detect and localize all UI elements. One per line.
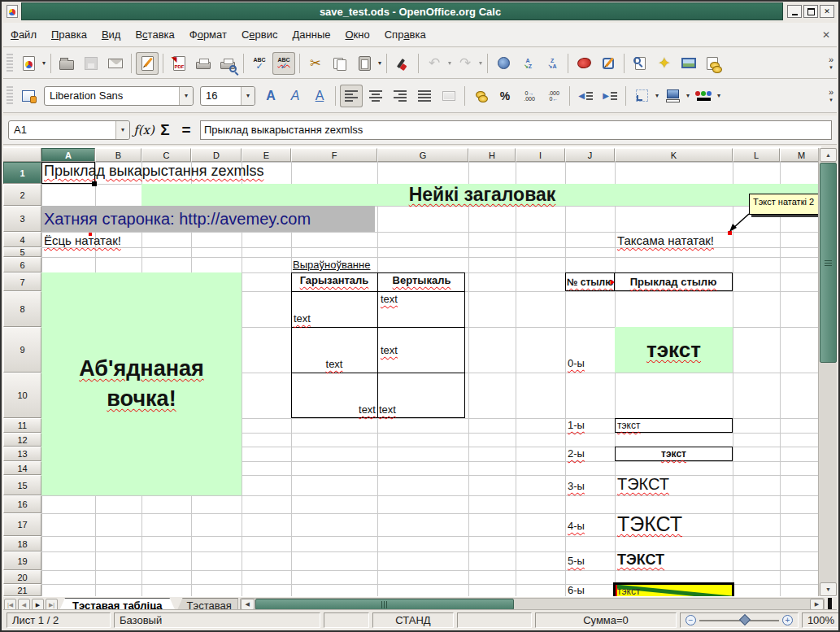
- style-sample-1[interactable]: тэкст: [615, 418, 733, 433]
- show-draw-functions-button[interactable]: [597, 52, 620, 75]
- align-sample-g10[interactable]: text: [379, 403, 396, 416]
- column-header-G[interactable]: G: [377, 148, 468, 162]
- font-name-combo[interactable]: Liberation Sans ▾: [44, 86, 194, 106]
- borders-dropdown-icon[interactable]: ▾: [655, 92, 659, 99]
- column-header-K[interactable]: K: [615, 148, 733, 162]
- align-right-button[interactable]: [389, 85, 411, 107]
- formula-input[interactable]: Прыклад выкарыстання zexmlss: [200, 120, 832, 140]
- menu-file[interactable]: Файл: [3, 24, 44, 45]
- menu-tools[interactable]: Сервис: [234, 24, 285, 45]
- sum-button[interactable]: Σ: [155, 120, 176, 140]
- chevron-down-icon[interactable]: ▾: [179, 87, 193, 105]
- row-header-5[interactable]: 5: [3, 247, 41, 257]
- cell-note-left[interactable]: Ёсць нататак!: [44, 233, 121, 247]
- align-sample-f9[interactable]: text: [291, 358, 377, 370]
- scroll-up-button[interactable]: ▲: [820, 148, 837, 162]
- paste-button[interactable]: [353, 52, 376, 75]
- column-header-C[interactable]: C: [141, 148, 191, 162]
- find-replace-button[interactable]: [629, 52, 651, 75]
- scroll-right-button[interactable]: ▶: [810, 599, 824, 610]
- row-header-16[interactable]: 16: [3, 495, 41, 513]
- percent-button[interactable]: %: [494, 85, 516, 107]
- row-header-10[interactable]: 10: [3, 373, 41, 418]
- column-header-B[interactable]: B: [95, 148, 141, 162]
- row-header-9[interactable]: 9: [3, 327, 41, 373]
- undo-button[interactable]: ↶: [423, 52, 446, 75]
- column-header-H[interactable]: H: [468, 148, 516, 162]
- style-num-0[interactable]: 0-ы: [568, 357, 585, 369]
- page-preview-button[interactable]: [216, 52, 239, 75]
- insert-chart-button[interactable]: [572, 52, 595, 75]
- style-num-2[interactable]: 2-ы: [568, 447, 585, 460]
- toolbar-overflow-button[interactable]: »▾: [829, 55, 833, 72]
- style-sample-0[interactable]: тэкст: [615, 327, 733, 373]
- align-sample-f10[interactable]: text: [291, 403, 376, 416]
- row-header-15[interactable]: 15: [3, 475, 41, 495]
- decrease-indent-button[interactable]: ◀: [574, 85, 597, 107]
- toolbar-grip[interactable]: [7, 86, 13, 106]
- edit-file-button[interactable]: [136, 52, 159, 75]
- column-header-M[interactable]: M: [780, 148, 821, 162]
- row-header-3[interactable]: 3: [3, 206, 41, 232]
- paste-dropdown-icon[interactable]: ▾: [378, 59, 381, 67]
- background-color-dropdown-icon[interactable]: ▾: [686, 92, 690, 99]
- column-header-D[interactable]: D: [191, 148, 242, 162]
- vertical-scrollbar[interactable]: ▲ ▼: [818, 148, 837, 596]
- align-header-vertical[interactable]: Вертыкаль: [378, 274, 465, 286]
- align-center-button[interactable]: [364, 85, 387, 107]
- select-all-corner[interactable]: [3, 148, 41, 162]
- toolbar-grip[interactable]: [7, 54, 13, 73]
- status-insert-mode[interactable]: СТАНД: [372, 612, 454, 628]
- undo-dropdown-icon[interactable]: ▾: [448, 59, 451, 67]
- row-header-12[interactable]: 12: [3, 433, 41, 447]
- increase-indent-button[interactable]: ▶: [598, 85, 621, 107]
- comment-indicator-k4[interactable]: [728, 231, 732, 235]
- row-header-19[interactable]: 19: [3, 551, 41, 570]
- row-header-14[interactable]: 14: [3, 461, 41, 475]
- function-button[interactable]: =: [176, 120, 197, 140]
- column-header-E[interactable]: E: [242, 148, 291, 162]
- align-sample-f8[interactable]: text: [294, 312, 311, 325]
- scroll-left-button[interactable]: ◀: [241, 599, 255, 610]
- navigator-button[interactable]: ✦: [653, 52, 676, 75]
- status-sum[interactable]: Сумма=0: [535, 612, 677, 628]
- cell-homepage[interactable]: Хатняя старонка: http://avemey.com: [41, 206, 375, 232]
- copy-button[interactable]: [329, 52, 351, 75]
- toolbar-overflow-button[interactable]: »▾: [829, 88, 833, 104]
- column-header-I[interactable]: I: [516, 148, 565, 162]
- style-num-4[interactable]: 4-ы: [568, 520, 585, 532]
- style-sample-2[interactable]: тэкст: [615, 447, 733, 461]
- menu-help[interactable]: Справка: [377, 24, 433, 45]
- horizontal-scrollbar-thumb[interactable]: [255, 599, 514, 610]
- fill-handle[interactable]: [92, 181, 97, 186]
- zoom-slider-track[interactable]: [699, 620, 779, 621]
- maximize-button[interactable]: [803, 5, 818, 18]
- row-header-17[interactable]: 17: [3, 513, 41, 536]
- style-num-1[interactable]: 1-ы: [568, 419, 585, 431]
- vertical-scrollbar-thumb[interactable]: [820, 163, 837, 363]
- style-sample-5[interactable]: ТЭКСТ: [617, 551, 664, 569]
- zoom-in-button[interactable]: +: [782, 615, 793, 625]
- email-button[interactable]: [104, 52, 127, 75]
- cell-note-right[interactable]: Таксама нататак!: [617, 233, 714, 247]
- highlighting-color-button[interactable]: [692, 85, 715, 107]
- row-header-4[interactable]: 4: [3, 232, 41, 247]
- cell-heading-band[interactable]: Нейкі загаловак: [141, 184, 821, 206]
- gallery-button[interactable]: [677, 52, 700, 75]
- new-document-dropdown-icon[interactable]: ▾: [42, 59, 46, 67]
- menu-data[interactable]: Данные: [285, 24, 337, 45]
- function-wizard-button[interactable]: ƒ(x): [133, 120, 155, 140]
- open-button[interactable]: [55, 52, 78, 75]
- cell-alignment-label[interactable]: Выраўноўванне: [293, 259, 370, 271]
- currency-button[interactable]: [469, 85, 492, 107]
- zoom-out-button[interactable]: −: [685, 615, 696, 625]
- italic-button[interactable]: A: [284, 85, 307, 107]
- document-close-icon[interactable]: ✕: [822, 29, 830, 41]
- style-sample-4[interactable]: ТЭКСТ: [617, 512, 682, 536]
- row-header-18[interactable]: 18: [3, 536, 41, 551]
- bold-button[interactable]: A: [259, 85, 282, 107]
- column-header-F[interactable]: F: [291, 148, 377, 162]
- styles-button[interactable]: [17, 85, 40, 107]
- column-header-J[interactable]: J: [565, 148, 615, 162]
- row-header-1[interactable]: 1: [3, 162, 41, 184]
